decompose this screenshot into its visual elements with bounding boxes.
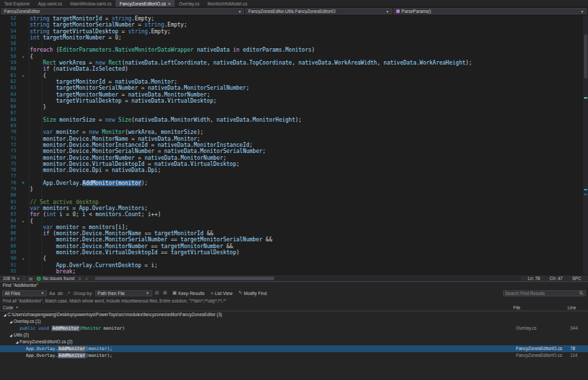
find-result-row[interactable]: ◢Overlay.cs (1)	[0, 318, 588, 325]
line-number[interactable]: 82	[0, 205, 18, 211]
code-line-76[interactable]: 76 monitor.Device.Dpi = nativeData.Dpi;	[0, 167, 583, 173]
tab-monitorinfomodel-cs[interactable]: MonitorInfoModel.cs	[203, 0, 252, 7]
code-line-66[interactable]: 66 }	[0, 104, 583, 110]
tab-overlay-cs[interactable]: Overlay.cs	[175, 0, 203, 7]
line-number[interactable]: 61	[0, 73, 18, 79]
line-number[interactable]: 70	[0, 129, 18, 135]
keep-results-toggle[interactable]: ▣ Keep Results	[171, 290, 207, 296]
line-number[interactable]: 56	[0, 41, 18, 47]
line-number[interactable]: 59	[0, 60, 18, 66]
line-number[interactable]: 90	[0, 256, 18, 262]
code-line-62[interactable]: 62 targetMonitorId = nativeData.Monitor;	[0, 79, 583, 85]
line-number[interactable]: 85	[0, 224, 18, 230]
tab-fancyzoneseditorio-cs[interactable]: FancyZonesEditorIO.cs×	[116, 0, 175, 7]
checkmark-icon[interactable]: ✓	[85, 276, 88, 281]
line-number[interactable]: 64	[0, 92, 18, 98]
line-number[interactable]: 68	[0, 117, 18, 123]
code-line-53[interactable]: 53string targetMonitorSerialNumber = str…	[0, 22, 583, 28]
expand-collapse-icon[interactable]: ◢	[2, 311, 7, 318]
code-line-77[interactable]: 77	[0, 173, 583, 179]
line-number[interactable]: 89	[0, 249, 18, 256]
code-line-84[interactable]: 84▾{	[0, 218, 583, 224]
line-number[interactable]: 79	[0, 186, 18, 192]
line-number[interactable]: 92	[0, 269, 18, 275]
code-line-52[interactable]: 52string targetMonitorId = string.Empty;	[0, 16, 583, 22]
code-line-67[interactable]: 67	[0, 110, 583, 116]
code-line-91[interactable]: 91 App.Overlay.CurrentDesktop = i;	[0, 262, 583, 269]
line-number[interactable]: 57	[0, 47, 18, 53]
fold-collapse-icon[interactable]: ▾	[18, 256, 28, 262]
line-number[interactable]: 58	[0, 54, 18, 60]
line-number[interactable]: 86	[0, 230, 18, 237]
horizontal-scrollbar[interactable]	[95, 276, 521, 281]
code-line-87[interactable]: 87 monitor.Device.MonitorSerialNumber ==…	[0, 237, 583, 243]
expand-collapse-icon[interactable]: ◢	[8, 318, 14, 325]
line-number[interactable]: 81	[0, 199, 18, 205]
issues-list-icon[interactable]: ≡	[79, 277, 82, 281]
scrollbar-thumb[interactable]	[95, 277, 274, 280]
tab-app-xaml-cs[interactable]: App.xaml.cs	[34, 0, 66, 7]
whole-word-icon[interactable]: ab	[57, 291, 63, 296]
code-line-69[interactable]: 69	[0, 123, 583, 129]
code-line-90[interactable]: 90▾ {	[0, 256, 583, 262]
code-line-86[interactable]: 86 if (monitor.Device.MonitorName == tar…	[0, 230, 583, 237]
line-number[interactable]: 77	[0, 173, 18, 179]
line-number[interactable]: 71	[0, 136, 18, 142]
fold-collapse-icon[interactable]: ▾	[18, 73, 28, 79]
code-line-82[interactable]: 82var monitors = App.Overlay.Monitors;	[0, 205, 583, 211]
code-line-56[interactable]: 56	[0, 41, 583, 47]
line-number[interactable]: 54	[0, 29, 18, 35]
code-line-55[interactable]: 55int targetMonitorNumber = 0;	[0, 35, 583, 41]
fold-collapse-icon[interactable]: ▾	[18, 218, 28, 224]
code-line-65[interactable]: 65 targetVirtualDesktop = nativeData.Vir…	[0, 98, 583, 104]
code-line-58[interactable]: 58▾{	[0, 54, 583, 60]
line-number[interactable]: 67	[0, 110, 18, 116]
search-results-input[interactable]	[505, 291, 578, 296]
vertical-scrollbar[interactable]	[583, 16, 588, 275]
list-view-toggle[interactable]: ≡ List View	[209, 290, 235, 296]
search-results-box[interactable]	[503, 290, 586, 296]
collapse-all-icon[interactable]: ⊟	[154, 290, 160, 296]
member-dropdown[interactable]: ParseParams() ▼	[394, 8, 587, 14]
tab-close-icon[interactable]: ×	[168, 1, 171, 6]
line-number[interactable]: 72	[0, 142, 18, 148]
line-number[interactable]: 78	[0, 180, 18, 186]
line-number[interactable]: 53	[0, 22, 18, 28]
code-line-68[interactable]: 68 Size monitorSize = new Size(nativeDat…	[0, 117, 583, 123]
result-type-filter[interactable]: Code ▼	[3, 305, 513, 310]
code-line-63[interactable]: 63 targetMonitorSerialNumber = nativeDat…	[0, 85, 583, 91]
modify-find-button[interactable]: ✎ Modify Find	[237, 290, 269, 296]
code-line-59[interactable]: 59 Rect workArea = new Rect(nativeData.L…	[0, 60, 583, 66]
code-line-54[interactable]: 54string targetVirtualDesktop = string.E…	[0, 29, 583, 35]
find-result-row[interactable]: ◢FancyZonesEditorIO.cs (2)	[0, 339, 588, 345]
code-line-73[interactable]: 73 monitor.Device.MonitorSerialNumber = …	[0, 148, 583, 154]
code-line-60[interactable]: 60 if (nativeData.IsSelected)	[0, 66, 583, 72]
line-number[interactable]: 76	[0, 167, 18, 173]
line-number[interactable]: 69	[0, 123, 18, 129]
code-line-71[interactable]: 71 monitor.Device.MonitorName = nativeDa…	[0, 136, 583, 142]
code-line-78[interactable]: 78✎ App.Overlay.AddMonitor(monitor);	[0, 180, 583, 186]
scope-dropdown[interactable]: All Files ▼	[2, 290, 47, 296]
code-line-72[interactable]: 72 monitor.Device.MonitorInstanceId = na…	[0, 142, 583, 148]
code-line-75[interactable]: 75 monitor.Device.VirtualDesktopId = nat…	[0, 161, 583, 167]
match-case-icon[interactable]: Aa	[49, 291, 55, 296]
line-number[interactable]: 55	[0, 35, 18, 41]
line-number[interactable]: 80	[0, 192, 18, 198]
file-column-header[interactable]: File	[513, 305, 568, 310]
type-dropdown[interactable]: FancyZonesEditor.Utils.FancyZonesEditorI…	[245, 8, 392, 14]
line-number[interactable]: 74	[0, 155, 18, 161]
code-line-81[interactable]: 81// Set active desktop	[0, 199, 583, 205]
line-number[interactable]: 83	[0, 211, 18, 218]
find-result-row[interactable]: public void AddMonitor(Monitor monitor)O…	[0, 325, 588, 332]
code-line-70[interactable]: 70 var monitor = new Monitor(workArea, m…	[0, 129, 583, 135]
code-line-61[interactable]: 61▾ {	[0, 73, 583, 79]
line-number[interactable]: 63	[0, 85, 18, 91]
line-number[interactable]: 65	[0, 98, 18, 104]
project-dropdown[interactable]: FancyZonesEditor ▼	[1, 8, 244, 14]
fold-collapse-icon[interactable]: ▾	[18, 54, 28, 60]
scrollbar-thumb[interactable]	[584, 35, 587, 78]
code-line-74[interactable]: 74 monitor.Device.MonitorNumber = native…	[0, 155, 583, 161]
line-number[interactable]: 75	[0, 161, 18, 167]
line-number[interactable]: 73	[0, 148, 18, 154]
code-line-79[interactable]: 79}	[0, 186, 583, 192]
